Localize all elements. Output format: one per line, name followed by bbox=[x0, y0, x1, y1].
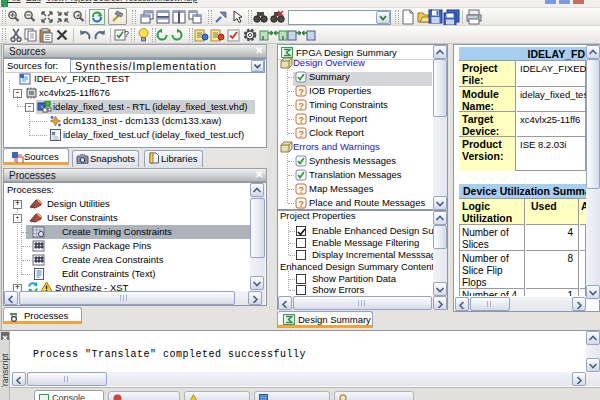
svg-text:?: ? bbox=[299, 199, 305, 209]
svg-text:?: ? bbox=[124, 29, 129, 39]
svg-text:?: ? bbox=[299, 101, 305, 111]
svg-text:?: ? bbox=[299, 87, 305, 97]
svg-text:?: ? bbox=[299, 129, 305, 139]
svg-text:?: ? bbox=[299, 185, 305, 195]
svg-text:?: ? bbox=[299, 115, 305, 125]
